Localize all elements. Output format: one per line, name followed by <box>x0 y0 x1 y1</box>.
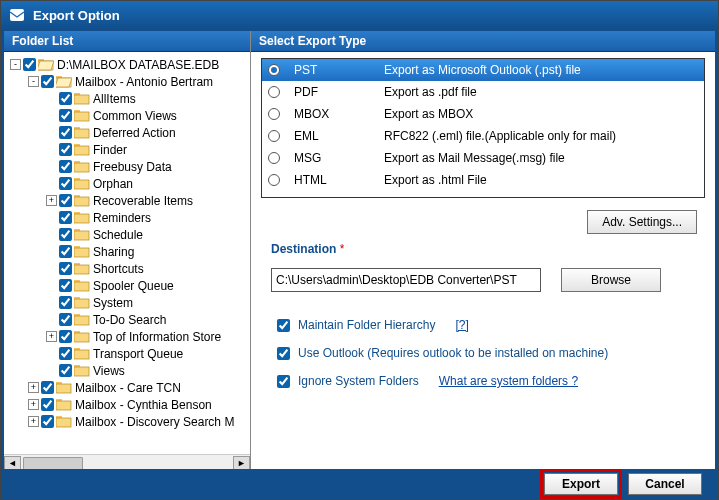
export-format-row-mbox[interactable]: MBOXExport as MBOX <box>262 103 704 125</box>
browse-button[interactable]: Browse <box>561 268 661 292</box>
tree-checkbox[interactable] <box>59 296 72 309</box>
tree-label: Finder <box>93 143 127 157</box>
format-code: HTML <box>294 173 384 187</box>
tree-checkbox[interactable] <box>59 313 72 326</box>
tree-row[interactable]: +Top of Information Store <box>6 328 248 345</box>
tree-toggle[interactable]: + <box>28 382 39 393</box>
folder-closed-icon <box>74 330 90 343</box>
svg-rect-26 <box>74 248 89 257</box>
tree-row[interactable]: Sharing <box>6 243 248 260</box>
use-outlook-checkbox[interactable] <box>277 347 290 360</box>
radio-icon[interactable] <box>268 64 280 76</box>
folder-closed-icon <box>74 262 90 275</box>
tree-row[interactable]: Deferred Action <box>6 124 248 141</box>
tree-checkbox[interactable] <box>59 279 72 292</box>
radio-icon[interactable] <box>268 152 280 164</box>
tree-toggle[interactable]: + <box>28 399 39 410</box>
tree-row[interactable]: Common Views <box>6 107 248 124</box>
ignore-system-folders-checkbox[interactable] <box>277 375 290 388</box>
maintain-hierarchy-label: Maintain Folder Hierarchy <box>298 318 435 332</box>
tree-row[interactable]: +Mailbox - Cynthia Benson <box>6 396 248 413</box>
tree-checkbox[interactable] <box>41 415 54 428</box>
folder-closed-icon <box>56 398 72 411</box>
tree-checkbox[interactable] <box>41 75 54 88</box>
export-format-row-msg[interactable]: MSGExport as Mail Message(.msg) file <box>262 147 704 169</box>
tree-checkbox[interactable] <box>59 143 72 156</box>
app-icon <box>9 7 25 23</box>
tree-row[interactable]: Transport Queue <box>6 345 248 362</box>
tree-row[interactable]: Finder <box>6 141 248 158</box>
destination-input[interactable] <box>271 268 541 292</box>
folder-closed-icon <box>74 313 90 326</box>
tree-checkbox[interactable] <box>59 364 72 377</box>
folder-tree[interactable]: -D:\MAILBOX DATABASE.EDB-Mailbox - Anton… <box>4 52 250 454</box>
radio-icon[interactable] <box>268 86 280 98</box>
radio-icon[interactable] <box>268 174 280 186</box>
tree-checkbox[interactable] <box>59 160 72 173</box>
tree-checkbox[interactable] <box>59 177 72 190</box>
tree-row[interactable]: +Recoverable Items <box>6 192 248 209</box>
format-code: PDF <box>294 85 384 99</box>
radio-icon[interactable] <box>268 108 280 120</box>
export-format-row-html[interactable]: HTMLExport as .html File <box>262 169 704 191</box>
folder-closed-icon <box>74 177 90 190</box>
tree-row[interactable]: -D:\MAILBOX DATABASE.EDB <box>6 56 248 73</box>
tree-checkbox[interactable] <box>59 126 72 139</box>
tree-toggle[interactable]: + <box>28 416 39 427</box>
tree-checkbox[interactable] <box>41 381 54 394</box>
tree-toggle[interactable]: + <box>46 195 57 206</box>
svg-rect-42 <box>56 384 71 393</box>
tree-checkbox[interactable] <box>41 398 54 411</box>
tree-checkbox[interactable] <box>59 211 72 224</box>
tree-checkbox[interactable] <box>23 58 36 71</box>
tree-checkbox[interactable] <box>59 245 72 258</box>
tree-label: Mailbox - Discovery Search M <box>75 415 234 429</box>
tree-checkbox[interactable] <box>59 330 72 343</box>
cancel-button[interactable]: Cancel <box>628 473 702 495</box>
maintain-hierarchy-help[interactable]: [?] <box>455 318 468 332</box>
tree-row[interactable]: +Mailbox - Care TCN <box>6 379 248 396</box>
adv-settings-button[interactable]: Adv. Settings... <box>587 210 697 234</box>
format-desc: Export as .pdf file <box>384 85 698 99</box>
tree-row[interactable]: Spooler Queue <box>6 277 248 294</box>
maintain-hierarchy-checkbox[interactable] <box>277 319 290 332</box>
tree-checkbox[interactable] <box>59 92 72 105</box>
tree-row[interactable]: Orphan <box>6 175 248 192</box>
tree-row[interactable]: Shortcuts <box>6 260 248 277</box>
tree-label: Schedule <box>93 228 143 242</box>
tree-row[interactable]: Freebusy Data <box>6 158 248 175</box>
export-type-panel: Select Export Type PSTExport as Microsof… <box>251 31 715 471</box>
tree-row[interactable]: AllItems <box>6 90 248 107</box>
tree-row[interactable]: System <box>6 294 248 311</box>
export-button-highlight: Export <box>540 469 622 499</box>
tree-checkbox[interactable] <box>59 109 72 122</box>
titlebar: Export Option <box>1 1 718 29</box>
svg-rect-40 <box>74 367 89 376</box>
export-format-row-eml[interactable]: EMLRFC822 (.eml) file.(Applicable only f… <box>262 125 704 147</box>
tree-checkbox[interactable] <box>59 228 72 241</box>
export-format-row-pst[interactable]: PSTExport as Microsoft Outlook (.pst) fi… <box>262 59 704 81</box>
tree-row[interactable]: Reminders <box>6 209 248 226</box>
folder-closed-icon <box>56 415 72 428</box>
tree-toggle[interactable]: + <box>46 331 57 342</box>
system-folders-help-link[interactable]: What are system folders ? <box>439 374 578 388</box>
scroll-thumb[interactable] <box>23 457 83 470</box>
svg-rect-46 <box>56 418 71 427</box>
tree-row[interactable]: +Mailbox - Discovery Search M <box>6 413 248 430</box>
tree-row[interactable]: -Mailbox - Antonio Bertram <box>6 73 248 90</box>
folder-list-header: Folder List <box>4 31 250 52</box>
tree-checkbox[interactable] <box>59 347 72 360</box>
svg-rect-24 <box>74 231 89 240</box>
tree-row[interactable]: Views <box>6 362 248 379</box>
tree-row[interactable]: Schedule <box>6 226 248 243</box>
tree-label: System <box>93 296 133 310</box>
tree-checkbox[interactable] <box>59 194 72 207</box>
export-button[interactable]: Export <box>544 473 618 495</box>
tree-toggle[interactable]: - <box>28 76 39 87</box>
tree-toggle[interactable]: - <box>10 59 21 70</box>
format-desc: Export as .html File <box>384 173 698 187</box>
tree-row[interactable]: To-Do Search <box>6 311 248 328</box>
export-format-row-pdf[interactable]: PDFExport as .pdf file <box>262 81 704 103</box>
tree-checkbox[interactable] <box>59 262 72 275</box>
radio-icon[interactable] <box>268 130 280 142</box>
